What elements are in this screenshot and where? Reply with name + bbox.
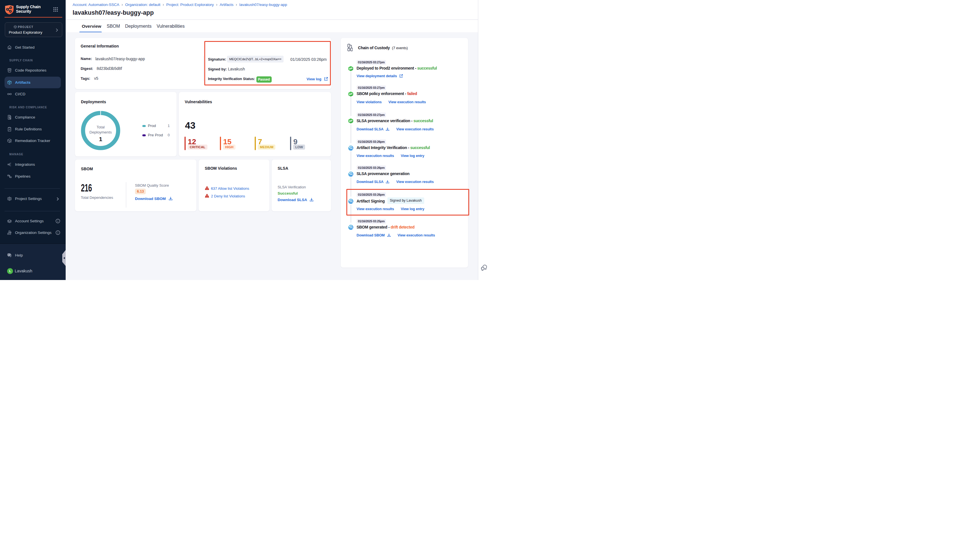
svg-text:?: ?: [8, 254, 9, 255]
